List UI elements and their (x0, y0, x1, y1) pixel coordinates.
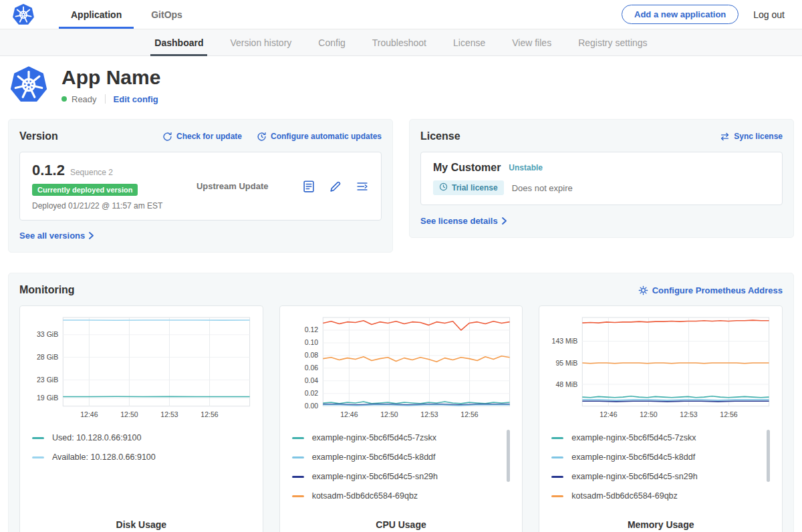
release-notes-icon[interactable] (302, 180, 315, 193)
disk-usage-plot: 19 GiB23 GiB28 GiB33 GiB12:4612:5012:531… (27, 313, 256, 422)
tab-gitops[interactable]: GitOps (136, 0, 197, 29)
tab-application[interactable]: Application (56, 0, 136, 29)
legend-label: kotsadm-5db6dc6584-69qbz (312, 491, 418, 501)
see-license-details-link[interactable]: See license details (420, 216, 507, 226)
subnav-item-license[interactable]: License (440, 29, 499, 55)
expiration-label: Does not expire (512, 183, 573, 193)
version-card-links: Check for update Configure automatic upd… (162, 132, 382, 142)
clock-arrow-icon (257, 132, 267, 142)
add-application-button[interactable]: Add a new application (622, 5, 739, 24)
license-card: License Sync license My Customer Unstabl… (409, 119, 794, 238)
legend-label: example-nginx-5bc6f5d4c5-k8ddf (312, 452, 436, 462)
legend-label: Available: 10.128.0.66:9100 (52, 452, 156, 462)
subnav-item-view-files[interactable]: View files (499, 29, 565, 55)
app-status-label: Ready (72, 94, 97, 104)
legend-color-dash (32, 437, 44, 439)
sub-nav: DashboardVersion historyConfigTroublesho… (0, 29, 802, 56)
legend-item: kotsadm-5db6dc6584-69qbz (551, 487, 770, 506)
edit-config-icon[interactable] (329, 180, 342, 193)
svg-text:0.04: 0.04 (304, 376, 318, 384)
disk-usage-chart-card: 19 GiB23 GiB28 GiB33 GiB12:4612:5012:531… (19, 305, 263, 532)
legend-label: example-nginx-5bc6f5d4c5-7zskx (571, 433, 696, 442)
configure-automatic-updates-link[interactable]: Configure automatic updates (257, 132, 382, 142)
legend-item: example-nginx-5bc6f5d4c5-k8ddf (292, 448, 511, 467)
legend-label: example-nginx-5bc6f5d4c5-k8ddf (571, 452, 695, 462)
legend-color-dash (551, 456, 563, 458)
legend-color-dash (551, 476, 563, 478)
version-number-row: 0.1.2 Sequence 2 (32, 162, 162, 179)
subnav-item-troubleshoot[interactable]: Troubleshoot (359, 29, 440, 55)
legend-label: Used: 10.128.0.66:9100 (52, 433, 141, 442)
svg-text:23 GiB: 23 GiB (37, 376, 58, 384)
chevron-right-icon (502, 217, 507, 225)
cpu-usage-chart-card: 0.000.020.040.060.080.100.1212:4612:5012… (279, 305, 523, 532)
check-for-update-label: Check for update (176, 132, 242, 141)
see-license-details-label: See license details (420, 216, 498, 226)
legend-label: kotsadm-5db6dc6584-69qbz (571, 491, 677, 501)
app-header: App Name Ready Edit config (0, 56, 802, 119)
diff-icon[interactable] (356, 180, 369, 193)
legend-color-dash (551, 437, 563, 439)
see-all-versions-label: See all versions (19, 231, 85, 241)
sub-nav-items: DashboardVersion historyConfigTroublesho… (141, 29, 660, 55)
current-version-box: 0.1.2 Sequence 2 Currently deployed vers… (19, 152, 382, 221)
version-card-title: Version (19, 130, 58, 142)
chart-title: Disk Usage (27, 519, 256, 530)
trial-license-label: Trial license (452, 183, 498, 192)
memory-usage-chart-card: 48 MiB95 MiB143 MiB12:4612:5012:5312:56 … (539, 305, 783, 532)
deployed-badge: Currently deployed version (32, 184, 138, 196)
sync-license-link[interactable]: Sync license (720, 132, 783, 142)
app-status-row: Ready Edit config (61, 94, 160, 104)
svg-text:95 MiB: 95 MiB (556, 359, 578, 367)
legend-label: example-nginx-5bc6f5d4c5-sn29h (312, 472, 438, 481)
legend-scrollbar[interactable] (767, 430, 770, 482)
main-content: Version Check for update Configure autom… (0, 119, 802, 532)
svg-text:12:50: 12:50 (640, 410, 658, 418)
channel-label: Unstable (509, 163, 543, 172)
legend-item: example-nginx-5bc6f5d4c5-7zskx (292, 428, 511, 448)
legend-color-dash (292, 495, 304, 497)
kubernetes-logo-icon (12, 3, 35, 26)
license-card-header: License Sync license (420, 130, 783, 142)
svg-text:0.10: 0.10 (304, 338, 318, 346)
subnav-item-version-history[interactable]: Version history (217, 29, 305, 55)
check-for-update-link[interactable]: Check for update (162, 132, 242, 142)
legend-scrollbar[interactable] (507, 430, 510, 482)
see-all-versions-link[interactable]: See all versions (19, 231, 94, 241)
subnav-item-registry-settings[interactable]: Registry settings (565, 29, 660, 55)
license-card-title: License (420, 130, 460, 142)
legend-item: example-nginx-5bc6f5d4c5-7zskx (551, 428, 770, 448)
edit-config-link[interactable]: Edit config (114, 94, 158, 104)
svg-text:12:50: 12:50 (380, 410, 398, 418)
subnav-item-dashboard[interactable]: Dashboard (141, 29, 217, 55)
logout-link[interactable]: Log out (753, 9, 785, 20)
version-card-header: Version Check for update Configure autom… (19, 130, 382, 142)
svg-text:12:46: 12:46 (80, 410, 98, 418)
configure-automatic-updates-label: Configure automatic updates (271, 132, 382, 141)
chart-plot-svg: 48 MiB95 MiB143 MiB12:4612:5012:5312:56 (546, 313, 775, 422)
chart-plot-svg: 0.000.020.040.060.080.100.1212:4612:5012… (287, 313, 516, 422)
legend-item: example-nginx-5bc6f5d4c5-sn29h (551, 467, 770, 487)
cpu-usage-legend: example-nginx-5bc6f5d4c5-7zskxexample-ng… (292, 428, 511, 510)
refresh-icon (162, 132, 172, 142)
chart-plot-svg: 19 GiB23 GiB28 GiB33 GiB12:4612:5012:531… (27, 313, 256, 422)
svg-text:12:46: 12:46 (600, 410, 618, 418)
customer-row: My Customer Unstable (433, 162, 770, 174)
legend-color-dash (32, 456, 44, 458)
status-dot (61, 96, 67, 102)
customer-name: My Customer (433, 162, 501, 174)
version-card: Version Check for update Configure autom… (8, 119, 393, 253)
gear-icon (638, 285, 648, 295)
sync-license-label: Sync license (734, 132, 783, 141)
configure-prometheus-link[interactable]: Configure Prometheus Address (638, 285, 783, 295)
version-number: 0.1.2 (32, 162, 65, 179)
legend-item: kotsadm-5db6dc6584-69qbz (292, 487, 511, 506)
cpu-usage-plot: 0.000.020.040.060.080.100.1212:4612:5012… (287, 313, 516, 422)
svg-text:12:56: 12:56 (720, 410, 739, 418)
legend-color-dash (551, 495, 563, 497)
subnav-item-config[interactable]: Config (305, 29, 358, 55)
deployed-timestamp: Deployed 01/21/22 @ 11:57 am EST (32, 201, 162, 211)
svg-text:12:53: 12:53 (160, 410, 178, 418)
svg-text:0.00: 0.00 (304, 402, 318, 410)
svg-text:0.06: 0.06 (304, 364, 318, 372)
